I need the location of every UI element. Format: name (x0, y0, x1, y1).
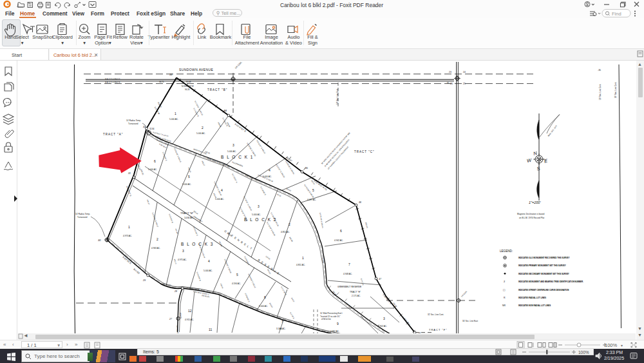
svg-text:INDICATES SECONDARY MONUMENT S: INDICATES SECONDARY MONUMENT SET THIS SU… (518, 273, 569, 275)
svg-text:32: 32 (143, 126, 146, 128)
svg-text:Magnetic Declination is bas: Magnetic Declination is based (517, 213, 545, 215)
svg-text:1: 1 (128, 225, 130, 229)
svg-text:NR: NR (502, 304, 506, 307)
svg-text:( ): ( ) (503, 289, 505, 291)
svg-text:INDICATES RADIAL LOT LINES: INDICATES RADIAL LOT LINES (518, 297, 546, 299)
svg-text:34: 34 (224, 110, 227, 112)
svg-text:100%: 100% (605, 342, 618, 348)
svg-text:33: 33 (169, 73, 173, 76)
svg-text:30: 30 (98, 239, 101, 242)
svg-text:TRACT "A": TRACT "A" (103, 133, 123, 136)
svg-text:6: 6 (340, 229, 342, 233)
svg-text:4.851 AC.: 4.851 AC. (281, 231, 290, 233)
svg-text:7: 7 (281, 320, 283, 324)
svg-text:14.84 AC.: 14.84 AC. (184, 217, 194, 219)
svg-text:18' Sec. Line Cont.: 18' Sec. Line Cont. (336, 88, 339, 104)
svg-text:5: 5 (312, 188, 314, 192)
svg-text:3: 3 (232, 143, 234, 147)
svg-text:5.000 AC.: 5.000 AC. (182, 183, 191, 186)
svg-text:B L O C K 1: B L O C K 1 (221, 155, 254, 159)
svg-text:4.097 AC.: 4.097 AC. (307, 199, 316, 201)
svg-text:5.000 AC.: 5.000 AC. (196, 132, 205, 135)
svg-text:3: 3 (504, 280, 505, 283)
svg-text:10' Radius Temp.: 10' Radius Temp. (75, 213, 90, 215)
svg-text:5.000 AC.: 5.000 AC. (204, 270, 213, 272)
svg-text:B L O C K 2: B L O C K 2 (244, 217, 277, 222)
svg-text:INDICATES MONUMENT AND BEARING: INDICATES MONUMENT AND BEARING TREE IDEN… (518, 280, 583, 283)
svg-text:3: 3 (182, 249, 184, 253)
svg-text:24: 24 (463, 71, 466, 74)
svg-text:4.915 AC.: 4.915 AC. (185, 319, 194, 321)
svg-text:30' Sec. Line East: 30' Sec. Line East (462, 320, 478, 322)
svg-text:4.902 AC.: 4.902 AC. (378, 325, 387, 328)
svg-text:5.000 AC.: 5.000 AC. (215, 198, 224, 201)
svg-text:85: 85 (447, 82, 450, 84)
svg-text:4.862 AC.: 4.862 AC. (330, 330, 339, 333)
svg-text:5.000 AC.: 5.000 AC. (227, 150, 236, 153)
svg-text:Turnaround: Turnaround (128, 123, 138, 125)
svg-text:5.000 AC.: 5.000 AC. (169, 118, 178, 121)
svg-text:5: 5 (236, 273, 238, 277)
svg-text:B L O C K 3: B L O C K 3 (181, 242, 214, 246)
svg-text:10' Wide Penstocking Esm't: 10' Wide Penstocking Esm't (320, 312, 343, 315)
svg-text:160.04: 160.04 (321, 258, 325, 264)
svg-text:4: 4 (269, 168, 270, 172)
svg-text:23: 23 (449, 71, 451, 74)
svg-text:3: 3 (258, 204, 260, 208)
svg-text:Turnaround: Turnaround (77, 216, 88, 219)
svg-text:1: 1 (175, 112, 176, 115)
svg-text:6: 6 (264, 295, 266, 299)
svg-text:2: 2 (202, 126, 204, 130)
svg-text:5.000 AC.: 5.000 AC. (259, 305, 268, 308)
svg-text:659.65: 659.65 (179, 313, 182, 319)
svg-text:34.75: 34.75 (159, 81, 164, 83)
svg-text:9: 9 (337, 322, 339, 326)
svg-text:11: 11 (209, 328, 212, 331)
svg-text:28: 28 (174, 290, 177, 293)
svg-text:29: 29 (142, 279, 146, 282)
svg-text:1: 1 (302, 256, 304, 260)
svg-text:▾: ▾ (621, 344, 623, 348)
svg-text:5.000 AC.: 5.000 AC. (252, 213, 261, 216)
svg-text:S E C T I O N 2 2: S E C T I O N 2 2 (105, 78, 120, 81)
svg-text:85.08: 85.08 (186, 81, 191, 83)
svg-text:INDICATES NON RADIAL LOT LINES: INDICATES NON RADIAL LOT LINES (518, 304, 551, 307)
svg-text:"Inserted 15' ea side O/L": "Inserted 15' ea side O/L" (320, 315, 341, 318)
svg-text:2: 2 (289, 222, 290, 226)
svg-text:94.26: 94.26 (185, 88, 190, 91)
svg-text:-35: -35 (598, 69, 601, 72)
svg-text:12: 12 (188, 309, 192, 313)
svg-text:INDICATES GLO MONUMENT RECOVER: INDICATES GLO MONUMENT RECOVERED THIS SU… (518, 257, 569, 259)
svg-text:TRACT "C": TRACT "C" (354, 150, 375, 153)
svg-text:SUNDOWN AVENUE: SUNDOWN AVENUE (179, 68, 214, 72)
svg-text:4.975 AC.: 4.975 AC. (178, 259, 187, 261)
svg-text:INDICATES PRIMARY MONUMENT SET: INDICATES PRIMARY MONUMENT SET THIS SURV… (518, 264, 566, 267)
svg-text:26: 26 (450, 83, 453, 85)
svg-text:on B.L.M. 1974 Record Plat: on B.L.M. 1974 Record Plat (519, 217, 544, 219)
svg-text:Find: Find (612, 11, 621, 17)
svg-text:31: 31 (128, 172, 131, 175)
svg-text:7: 7 (348, 262, 350, 266)
svg-text:32' Sec. Line Cont.: 32' Sec. Line Cont. (428, 313, 444, 316)
svg-text:4: 4 (208, 259, 210, 263)
svg-text:S E C T I O N 2 3: S E C T I O N 2 3 (105, 81, 120, 84)
svg-text:N 89°57'36"W: N 89°57'36"W (182, 85, 194, 88)
svg-text:4.594 AC.: 4.594 AC. (232, 282, 241, 285)
svg-text:35: 35 (305, 167, 308, 170)
svg-text:25: 25 (463, 83, 466, 85)
svg-text:2.171 AC.: 2.171 AC. (352, 295, 361, 297)
svg-text:INDICATES STREET CENTERLINE CU: INDICATES STREET CENTERLINE CURVE DESIGN… (518, 289, 569, 291)
svg-text:4.942 AC.: 4.942 AC. (334, 239, 343, 242)
svg-text:TRACT "F": TRACT "F" (429, 328, 448, 331)
svg-text:5: 5 (188, 175, 190, 179)
svg-text:32.84: 32.84 (149, 128, 155, 130)
svg-text:3: 3 (383, 317, 385, 320)
svg-text:4: 4 (221, 188, 223, 192)
svg-text:4.973 AC.: 4.973 AC. (123, 235, 132, 237)
svg-text:5.000 AC.: 5.000 AC. (148, 168, 157, 171)
svg-text:TRACT "B": TRACT "B" (207, 88, 227, 92)
svg-text:100%: 100% (578, 350, 589, 355)
svg-text:1"=200': 1"=200' (529, 201, 541, 204)
svg-text:TRACT "M": TRACT "M" (180, 211, 194, 215)
svg-text:18' Sec. Line Cont.: 18' Sec. Line Cont. (599, 84, 601, 100)
